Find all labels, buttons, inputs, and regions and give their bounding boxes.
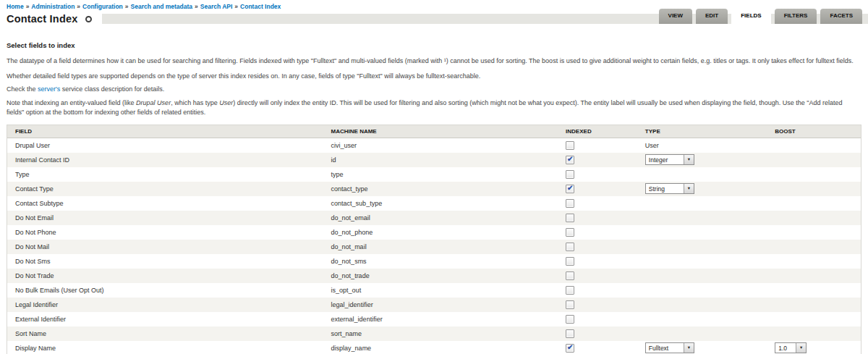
indexed-checkbox[interactable]: [566, 170, 574, 179]
tab-fields[interactable]: FIELDS: [731, 9, 770, 28]
title-row: Contact Index: [0, 12, 102, 26]
paragraph-text: service class description for details.: [60, 85, 164, 93]
dropdown-arrow-glyph: ▾: [688, 157, 690, 162]
tab-filters[interactable]: FILTERS: [775, 9, 817, 24]
machine-name-cell: do_not_mail: [323, 243, 558, 250]
dropdown-arrow-icon: ▾: [684, 155, 694, 164]
indexed-cell: [558, 300, 637, 309]
indexed-checkbox[interactable]: [566, 257, 574, 266]
breadcrumb-link[interactable]: Contact Index: [240, 3, 281, 10]
machine-name-cell: external_identifier: [323, 316, 558, 323]
machine-name-cell: do_not_sms: [323, 258, 558, 265]
intro-paragraph-server-link: Check the server's service class descrip…: [7, 85, 861, 95]
indexed-checkbox[interactable]: [566, 243, 574, 251]
table-row: External Identifierexternal_identifier: [7, 312, 861, 326]
type-select-value: Fulltext: [646, 343, 684, 353]
tab-view[interactable]: VIEW: [659, 9, 692, 24]
intro-paragraph-note: Note that indexing an entity-valued fiel…: [7, 98, 861, 118]
breadcrumb-link[interactable]: Administration: [31, 3, 75, 10]
tab-facets[interactable]: FACETS: [820, 9, 862, 24]
server-link[interactable]: server's: [38, 85, 60, 93]
machine-name-cell: do_not_email: [323, 214, 558, 222]
type-select-value: Integer: [646, 155, 684, 164]
indexed-cell: [558, 214, 637, 222]
indexed-checkbox[interactable]: [566, 214, 574, 222]
tab-edit[interactable]: EDIT: [696, 9, 728, 24]
column-header-field: FIELD: [7, 128, 323, 135]
machine-name-cell: type: [323, 171, 558, 178]
machine-name-cell: is_opt_out: [323, 287, 558, 294]
main-content: Select fields to index The datatype of a…: [0, 41, 868, 354]
intro-paragraph-server-types: Whether detailed field types are support…: [7, 72, 861, 82]
table-row: Contact Typecontact_typeString▾: [7, 182, 861, 196]
breadcrumb-link[interactable]: Search and metadata: [131, 3, 193, 10]
breadcrumb-link[interactable]: Configuration: [82, 3, 123, 10]
machine-name-cell: civi_user: [323, 142, 558, 149]
table-row: Contact Subtypecontact_sub_type: [7, 196, 861, 211]
fields-table: FIELDMACHINE NAMEINDEXEDTYPEBOOST Drupal…: [7, 125, 861, 354]
breadcrumb-separator: »: [195, 3, 198, 10]
column-header-machine-name: MACHINE NAME: [323, 128, 558, 135]
indexed-cell: [558, 199, 637, 208]
indexed-checkbox[interactable]: [566, 300, 574, 309]
boost-cell: 1.0▾: [767, 342, 861, 353]
field-label-cell: Type: [7, 171, 323, 178]
indexed-cell: [558, 141, 637, 150]
indexed-checkbox[interactable]: [566, 344, 574, 353]
indexed-cell: [558, 315, 637, 324]
indexed-cell: [558, 156, 637, 164]
machine-name-cell: id: [323, 156, 558, 164]
type-cell: User: [637, 142, 767, 149]
field-label-cell: Contact Subtype: [7, 200, 323, 207]
type-select-value: String: [646, 184, 684, 193]
table-row: Internal Contact IDidInteger▾: [7, 153, 861, 167]
field-label-cell: External Identifier: [7, 316, 323, 323]
boost-select-value: 1.0: [775, 343, 796, 353]
emphasis-text: Drupal User: [136, 99, 171, 106]
indexed-cell: [558, 344, 637, 353]
indexed-cell: [558, 257, 637, 266]
column-header-indexed: INDEXED: [558, 128, 637, 135]
indexed-checkbox[interactable]: [566, 329, 574, 338]
type-cell: Integer▾: [637, 154, 767, 165]
paragraph-text: Check the: [7, 85, 38, 93]
machine-name-cell: sort_name: [323, 330, 558, 337]
indexed-cell: [558, 243, 637, 251]
table-row: Drupal Usercivi_userUser: [7, 138, 861, 153]
table-row: Legal Identifierlegal_identifier: [7, 298, 861, 312]
boost-select[interactable]: 1.0▾: [775, 342, 807, 353]
indexed-checkbox[interactable]: [566, 141, 574, 150]
table-header-row: FIELDMACHINE NAMEINDEXEDTYPEBOOST: [7, 125, 861, 138]
tabs: VIEWEDITFIELDSFILTERSFACETS: [659, 9, 862, 28]
contextual-gear-icon[interactable]: [85, 16, 92, 22]
indexed-cell: [558, 170, 637, 179]
table-body: Drupal Usercivi_userUserInternal Contact…: [7, 138, 861, 354]
indexed-checkbox[interactable]: [566, 185, 574, 193]
section-heading: Select fields to index: [7, 41, 861, 49]
field-label-cell: Do Not Mail: [7, 243, 323, 250]
type-cell: String▾: [637, 183, 767, 194]
machine-name-cell: contact_type: [323, 185, 558, 193]
breadcrumb-link[interactable]: Search API: [200, 3, 233, 10]
type-select[interactable]: Integer▾: [645, 154, 694, 165]
machine-name-cell: legal_identifier: [323, 301, 558, 308]
page-header: Home»Administration»Configuration»Search…: [0, 0, 868, 30]
indexed-checkbox[interactable]: [566, 271, 574, 280]
type-select[interactable]: String▾: [645, 183, 694, 194]
indexed-checkbox[interactable]: [566, 286, 574, 295]
indexed-checkbox[interactable]: [566, 199, 574, 208]
type-select[interactable]: Fulltext▾: [645, 342, 694, 353]
column-header-boost: BOOST: [767, 128, 861, 135]
breadcrumb-link[interactable]: Home: [7, 3, 24, 10]
indexed-cell: [558, 185, 637, 193]
type-text: User: [645, 142, 659, 149]
indexed-checkbox[interactable]: [566, 156, 574, 164]
field-label-cell: Do Not Email: [7, 214, 323, 222]
table-row: Typetype: [7, 167, 861, 182]
indexed-checkbox[interactable]: [566, 315, 574, 324]
dropdown-arrow-glyph: ▾: [688, 186, 690, 191]
paragraph-text: , which has type: [171, 99, 219, 106]
indexed-checkbox[interactable]: [566, 228, 574, 237]
table-row: Do Not Tradedo_not_trade: [7, 269, 861, 283]
paragraph-text: Note that indexing an entity-valued fiel…: [7, 99, 136, 106]
